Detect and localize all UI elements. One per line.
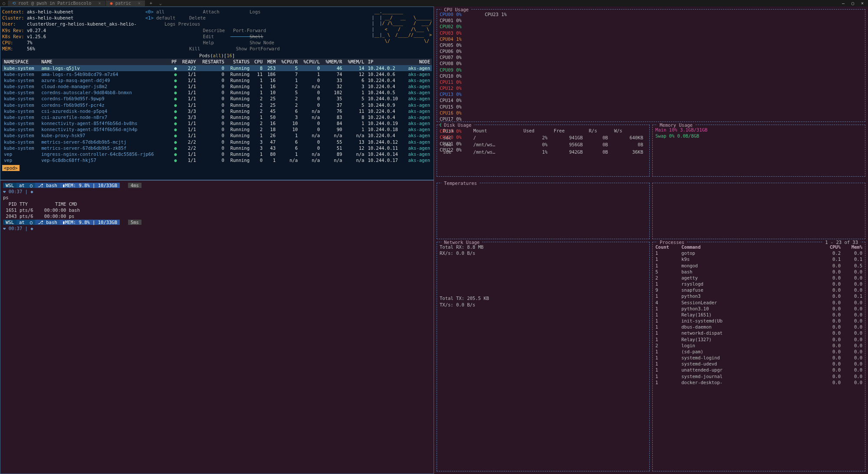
table-row[interactable]: kube-systemama-logs-rs-54b9b8cd79-m7z64●… — [2, 71, 432, 77]
breadcrumb-pod: <pod> — [2, 165, 20, 171]
table-row[interactable]: kube-systemcoredns-fb6b9d95f-pcr4z●1/10R… — [2, 102, 432, 108]
list-item[interactable]: 1rsyslogd0.00.0 — [655, 281, 862, 287]
list-item[interactable]: 1mongod0.00.5 — [655, 263, 862, 269]
list-item[interactable]: 1systemd-journal0.00.0 — [655, 373, 862, 379]
cpu-panel: CPU Usage CPU00 0%CPU01 0%CPU02 0%CPU03 … — [437, 9, 865, 122]
table-row[interactable]: kube-systemkonnectivity-agent-85f4f6b56d… — [2, 120, 432, 126]
memory-panel: Memory Usage Main 10% 3.1GB/31GB Swap 0%… — [652, 125, 865, 177]
app-icon: ◯ — [0, 1, 8, 6]
pods-table[interactable]: NAMESPACENAMEPFREADYRESTARTSSTATUSCPUMEM… — [2, 59, 432, 163]
table-row[interactable]: kube-systemkonnectivity-agent-85f4f6b56d… — [2, 126, 432, 132]
list-item[interactable]: 1dbus-daemon0.00.0 — [655, 324, 862, 330]
list-item[interactable]: 1networkd-dispat0.00.0 — [655, 330, 862, 336]
list-item[interactable]: 1systemd-udevd0.00.0 — [655, 361, 862, 367]
tab-1-icon: ● — [110, 1, 113, 6]
prompt-1: WSLat○⎇ bash▮MEM: 9.8% | 10/33GB 4ms — [3, 182, 431, 188]
network-title: Network Usage — [441, 239, 482, 245]
window-close-button[interactable]: × — [861, 1, 864, 6]
tab-1-label: patric — [115, 1, 131, 6]
tab-0-label: root @ pwsh in PatricBoscolo — [18, 1, 92, 6]
k9s-context-info: Context: aks-helio-kubenet Cluster: aks-… — [2, 9, 137, 52]
tab-0-close-icon[interactable]: × — [99, 1, 101, 6]
table-row[interactable]: kube-systemmetrics-server-67db6db9b5-mcj… — [2, 139, 432, 145]
net-tx: Total TX: 205.5 KB — [440, 295, 647, 301]
titlebar: ◯ ⟲ root @ pwsh in PatricBoscolo × ● pat… — [0, 0, 868, 7]
tab-0-icon: ⟲ — [12, 1, 16, 6]
list-item[interactable]: 1python3.100.00.0 — [655, 306, 862, 312]
list-item[interactable]: 1docker-desktop-0.00.0 — [655, 379, 862, 385]
processes-range: 1 - 23 of 33 — [822, 239, 861, 245]
memory-graph-panel — [652, 183, 865, 239]
list-item[interactable]: 2login0.00.0 — [655, 342, 862, 349]
window-min-button[interactable]: — — [842, 1, 845, 6]
processes-title: Processes — [657, 239, 687, 245]
list-item[interactable]: 9snapfuse0.00.0 — [655, 287, 862, 293]
net-txs: TX/s: 0.0 B/s — [440, 302, 647, 308]
disk-title: Disk Usage — [441, 122, 474, 128]
tab-menu-button[interactable]: ⌄ — [157, 1, 164, 6]
table-row[interactable]: vepvep-6c8dbc68ff-hkj57●1/10Running01n/a… — [2, 157, 432, 163]
table-row[interactable]: kube-systemama-logs-q5jlv●2/20Running825… — [2, 65, 432, 71]
shell-pane[interactable]: WSLat○⎇ bash▮MEM: 9.8% | 10/33GB 4ms ❤ 0… — [0, 180, 434, 474]
list-item[interactable]: 5bash0.00.0 — [655, 269, 862, 275]
disk-table: DiskMountUsedFreeR/sW/ssdc/2%941GB0B640K… — [440, 127, 647, 156]
window-max-button[interactable]: ▢ — [852, 1, 854, 6]
network-panel: Network Usage Total RX: 8.8 MB RX/s: 0.0… — [437, 242, 650, 471]
table-row[interactable]: kube-systemcoredns-fb6b9d95f-9pwp9●1/10R… — [2, 95, 432, 102]
k9s-logo: __.________ | | __/ __ \______ | |/ /\__… — [372, 9, 432, 52]
gotop-bottom-pane: Temperatures Network Usage Total RX: 8.8… — [434, 180, 868, 474]
prompt-1-clock: ❤ 00:37 | ◆ — [3, 188, 431, 194]
tab-1-close-icon[interactable]: × — [138, 1, 141, 6]
shell-output: PID TTY TIME CMD 1651 pts/6 00:00:00 bas… — [3, 201, 431, 220]
table-row[interactable]: kube-systemkube-proxy-hsk97●1/10Running1… — [2, 132, 432, 138]
prompt-2-clock: ❤ 00:37 | ◆ — [3, 225, 431, 231]
tab-1[interactable]: ● patric × — [106, 0, 145, 6]
k9s-hotkeys: <0> all Attach Logs<1> default Delete Lo… — [145, 9, 280, 52]
list-item[interactable]: 1init-systemd(Ub0.00.0 — [655, 318, 862, 324]
memory-title: Memory Usage — [657, 122, 695, 128]
gotop-top-pane: CPU Usage CPU00 0%CPU01 0%CPU02 0%CPU03 … — [434, 7, 868, 180]
disk-panel: Disk Usage DiskMountUsedFreeR/sW/ssdc/2%… — [437, 125, 650, 177]
list-item[interactable]: 1systemd-logind0.00.0 — [655, 355, 862, 361]
table-row[interactable]: kube-systemcsi-azurefile-node-n8rx7●3/30… — [2, 114, 432, 120]
table-row[interactable]: kube-systemcsi-azuredisk-node-p5pq4●3/30… — [2, 108, 432, 114]
table-row[interactable]: kube-systemcloud-node-manager-js8m2●1/10… — [2, 83, 432, 89]
list-item[interactable]: 1Relay(1651)0.00.0 — [655, 312, 862, 318]
list-item[interactable]: 1unattended-upgr0.00.0 — [655, 367, 862, 373]
processes-panel[interactable]: Processes 1 - 23 of 33 CountCommandCPU%M… — [652, 242, 865, 471]
pods-title: Pods(all)[16] — [2, 53, 432, 59]
memory-swap: Swap 0% 0.0B/8GB — [655, 133, 862, 139]
pods-header-row: NAMESPACENAMEPFREADYRESTARTSSTATUSCPUMEM… — [2, 59, 432, 65]
table-row[interactable]: kube-systemazure-ip-masq-agent-ddj49●1/1… — [2, 77, 432, 83]
list-item[interactable]: 1python30.00.1 — [655, 293, 862, 299]
list-item[interactable]: 2agetty0.00.0 — [655, 275, 862, 281]
tab-0[interactable]: ⟲ root @ pwsh in PatricBoscolo × — [8, 0, 105, 6]
processes-body: 1gotop0.20.01k9s0.10.11mongod0.00.55bash… — [655, 250, 862, 385]
list-item[interactable]: 1k9s0.10.1 — [655, 256, 862, 262]
list-item[interactable]: 1(sd-pam)0.00.0 — [655, 349, 862, 355]
list-item[interactable]: 4SessionLeader0.00.0 — [655, 300, 862, 306]
table-row[interactable]: kube-systemmetrics-server-67db6db9b5-zk8… — [2, 145, 432, 151]
k9s-pane[interactable]: Context: aks-helio-kubenet Cluster: aks-… — [0, 7, 434, 180]
table-row[interactable]: kube-systemcoredns-autoscaler-9dd84bb8-b… — [2, 89, 432, 95]
prompt-2: WSLat○⎇ bash▮MEM: 9.8% | 10/33GB 5ms — [3, 219, 431, 225]
shell-command: ps — [3, 194, 431, 201]
new-tab-button[interactable]: + — [145, 1, 157, 6]
list-item[interactable]: 1gotop0.20.0 — [655, 250, 862, 256]
list-item[interactable]: 1Relay(1327)0.00.0 — [655, 336, 862, 342]
temp-panel: Temperatures — [437, 183, 650, 239]
cpu-title: CPU Usage — [441, 7, 471, 13]
temp-title: Temperatures — [441, 180, 480, 186]
net-rxs: RX/s: 0.0 B/s — [440, 250, 647, 256]
table-row[interactable]: vepingress-nginx-controller-64c8c55856-r… — [2, 151, 432, 157]
